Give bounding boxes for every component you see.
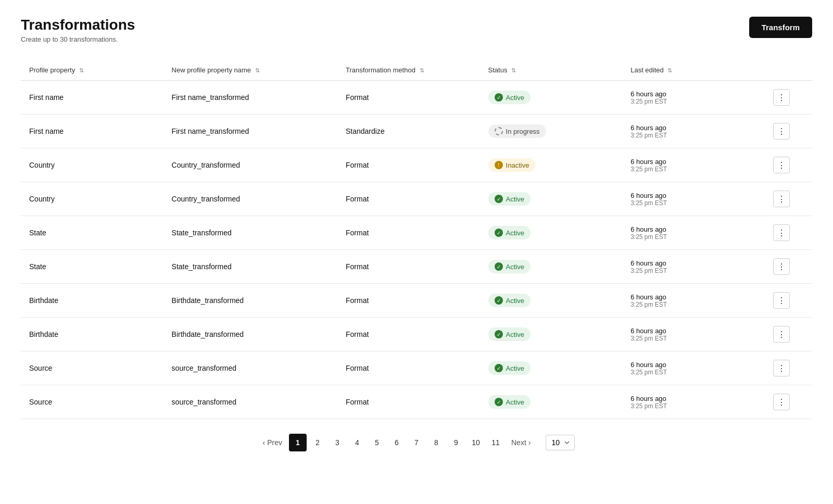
col-header-profile-property[interactable]: Profile property ⇅ [21,60,163,81]
status-badge: !Inactive [488,158,536,172]
last-edited-sub: 3:25 pm EST [630,199,756,207]
status-badge: In progress [488,124,546,138]
cell-last-edited: 6 hours ago 3:25 pm EST [622,81,765,115]
col-header-new-name[interactable]: New profile property name ⇅ [163,60,337,81]
row-action-button[interactable]: ⋮ [773,191,790,207]
cell-action: ⋮ [765,385,812,419]
last-edited-container: 6 hours ago 3:25 pm EST [630,327,756,342]
last-edited-main: 6 hours ago [630,327,756,335]
status-badge: ✓Active [488,361,531,375]
table-row: Sourcesource_transformedFormat✓Active 6 … [21,385,812,419]
cell-action: ⋮ [765,250,812,284]
last-edited-container: 6 hours ago 3:25 pm EST [630,259,756,274]
page-button-11[interactable]: 11 [487,434,504,451]
last-edited-container: 6 hours ago 3:25 pm EST [630,361,756,376]
page-button-6[interactable]: 6 [388,434,406,451]
status-badge: ✓Active [488,91,531,104]
last-edited-sub: 3:25 pm EST [630,166,756,173]
row-action-button[interactable]: ⋮ [773,394,790,410]
row-action-button[interactable]: ⋮ [773,89,790,106]
last-edited-container: 6 hours ago 3:25 pm EST [630,395,756,410]
row-action-button[interactable]: ⋮ [773,326,790,343]
last-edited-container: 6 hours ago 3:25 pm EST [630,225,756,241]
cell-action: ⋮ [765,284,812,318]
cell-method: Format [337,318,480,351]
page-button-4[interactable]: 4 [348,434,366,451]
status-label: Active [506,229,524,237]
page-button-5[interactable]: 5 [368,434,386,451]
col-header-last-edited[interactable]: Last edited ⇅ [622,60,765,81]
col-header-method[interactable]: Transformation method ⇅ [337,60,480,81]
cell-new-name: Country_transformed [163,148,337,182]
cell-status: ✓Active [480,182,623,216]
table-row: StateState_transformedFormat✓Active 6 ho… [21,216,812,250]
page-button-8[interactable]: 8 [427,434,445,451]
cell-last-edited: 6 hours ago 3:25 pm EST [622,385,765,419]
active-dot-icon: ✓ [495,296,503,305]
page-button-1[interactable]: 1 [289,434,307,451]
last-edited-sub: 3:25 pm EST [630,233,756,241]
cell-last-edited: 6 hours ago 3:25 pm EST [622,250,765,284]
cell-profile-property: Country [21,148,163,182]
row-action-button[interactable]: ⋮ [773,224,790,241]
cell-last-edited: 6 hours ago 3:25 pm EST [622,182,765,216]
status-badge: ✓Active [488,260,531,273]
per-page-select[interactable]: 10 20 50 [546,435,575,450]
last-edited-container: 6 hours ago 3:25 pm EST [630,124,756,139]
transform-button[interactable]: Transform [749,17,812,38]
status-badge: ✓Active [488,294,531,307]
page-header: Transformations Create up to 30 transfor… [21,17,812,43]
prev-button[interactable]: ‹ Prev [258,434,287,451]
sort-icon-profile: ⇅ [79,67,84,74]
row-action-button[interactable]: ⋮ [773,123,790,140]
cell-status: ✓Active [480,284,623,318]
cell-profile-property: Source [21,385,163,419]
status-label: Active [506,331,524,338]
table-row: BirthdateBirthdate_transformedFormat✓Act… [21,318,812,351]
last-edited-main: 6 hours ago [630,158,756,166]
col-header-status[interactable]: Status ⇅ [480,60,623,81]
cell-status: ✓Active [480,250,623,284]
sort-icon-new-name: ⇅ [255,67,260,74]
page-button-9[interactable]: 9 [447,434,465,451]
active-dot-icon: ✓ [495,398,503,406]
pagination: ‹ Prev 1234567891011 Next › 10 20 50 [21,434,812,456]
cell-status: ✓Active [480,81,623,115]
active-dot-icon: ✓ [495,330,503,338]
table-header-row: Profile property ⇅ New profile property … [21,60,812,81]
cell-status: !Inactive [480,148,623,182]
cell-method: Format [337,385,480,419]
status-badge: ✓Active [488,192,531,206]
row-action-button[interactable]: ⋮ [773,292,790,309]
cell-new-name: First name_transformed [163,115,337,148]
cell-status: ✓Active [480,351,623,385]
page-button-7[interactable]: 7 [408,434,425,451]
cell-method: Format [337,216,480,250]
page-button-3[interactable]: 3 [329,434,346,451]
cell-new-name: Birthdate_transformed [163,284,337,318]
page-title: Transformations [21,17,135,33]
cell-last-edited: 6 hours ago 3:25 pm EST [622,351,765,385]
cell-last-edited: 6 hours ago 3:25 pm EST [622,318,765,351]
next-button[interactable]: Next › [507,434,535,451]
active-dot-icon: ✓ [495,229,503,237]
status-label: Active [506,297,524,305]
cell-method: Format [337,148,480,182]
row-action-button[interactable]: ⋮ [773,258,790,275]
last-edited-main: 6 hours ago [630,225,756,233]
sort-icon-method: ⇅ [420,67,424,74]
cell-action: ⋮ [765,216,812,250]
status-badge: ✓Active [488,327,531,341]
page-button-2[interactable]: 2 [309,434,326,451]
last-edited-container: 6 hours ago 3:25 pm EST [630,192,756,207]
page-button-10[interactable]: 10 [467,434,485,451]
row-action-button[interactable]: ⋮ [773,157,790,173]
cell-profile-property: Source [21,351,163,385]
table-row: First nameFirst name_transformedFormat✓A… [21,81,812,115]
cell-action: ⋮ [765,351,812,385]
in-progress-dot-icon [495,127,503,135]
active-dot-icon: ✓ [495,195,503,203]
row-action-button[interactable]: ⋮ [773,360,790,376]
last-edited-sub: 3:25 pm EST [630,335,756,342]
chevron-left-icon: ‹ [263,438,266,447]
